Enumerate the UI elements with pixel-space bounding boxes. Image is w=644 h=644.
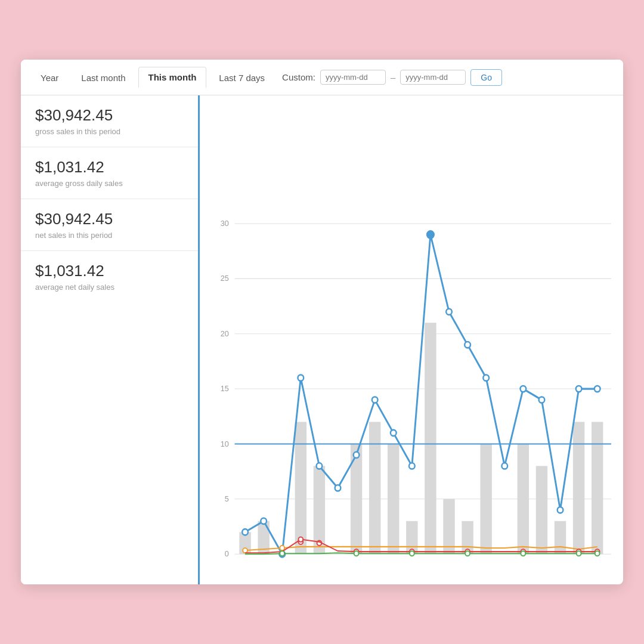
svg-text:30: 30 (221, 219, 229, 228)
stat-net-sales-label: net sales in this period (35, 231, 184, 240)
svg-rect-24 (425, 323, 436, 554)
svg-rect-21 (369, 422, 380, 555)
svg-point-40 (335, 485, 341, 491)
svg-point-67 (354, 551, 359, 556)
svg-rect-31 (555, 521, 566, 554)
svg-point-41 (354, 452, 360, 458)
svg-rect-30 (536, 466, 547, 554)
svg-point-36 (261, 518, 267, 524)
stat-gross-sales-label: gross sales in this period (35, 127, 184, 136)
stat-net-sales-value: $30,942.45 (35, 210, 184, 228)
stat-net-sales: $30,942.45 net sales in this period (21, 199, 198, 251)
svg-rect-17 (295, 422, 306, 555)
custom-date-area: Custom: – Go (282, 69, 502, 86)
svg-point-72 (595, 551, 600, 556)
svg-rect-22 (388, 444, 399, 554)
custom-date-start[interactable] (320, 70, 386, 85)
date-separator: – (391, 72, 395, 82)
svg-rect-29 (518, 444, 529, 554)
main-content: $30,942.45 gross sales in this period $1… (21, 95, 623, 584)
svg-point-53 (576, 386, 582, 392)
svg-point-68 (410, 551, 414, 556)
svg-point-46 (446, 309, 452, 315)
svg-point-39 (317, 463, 323, 469)
svg-point-54 (595, 386, 600, 392)
stat-avg-net-label: average net daily sales (35, 283, 184, 292)
svg-point-66 (280, 551, 284, 556)
stat-gross-sales-value: $30,942.45 (35, 106, 184, 125)
svg-point-69 (465, 551, 470, 556)
tab-last-7-days[interactable]: Last 7 days (209, 67, 275, 88)
svg-point-42 (372, 397, 378, 402)
svg-rect-32 (573, 422, 584, 555)
svg-point-47 (465, 342, 470, 348)
tab-year[interactable]: Year (30, 67, 69, 88)
svg-point-59 (298, 537, 303, 541)
stat-avg-gross-value: $1,031.42 (35, 158, 184, 177)
tab-last-month[interactable]: Last month (71, 67, 135, 88)
svg-point-50 (520, 386, 526, 392)
svg-point-35 (242, 529, 248, 535)
svg-point-52 (558, 507, 564, 513)
svg-point-44 (409, 463, 415, 469)
stat-gross-sales: $30,942.45 gross sales in this period (21, 95, 198, 147)
svg-rect-25 (443, 499, 454, 554)
sales-chart: 0 5 10 15 20 25 30 (206, 107, 611, 572)
svg-point-71 (577, 551, 581, 556)
svg-point-51 (539, 397, 545, 402)
svg-text:20: 20 (221, 329, 229, 338)
chart-area: 0 5 10 15 20 25 30 (200, 95, 623, 584)
svg-point-48 (483, 375, 489, 381)
main-window: Year Last month This month Last 7 days C… (21, 60, 623, 584)
svg-point-56 (280, 546, 284, 550)
go-button[interactable]: Go (470, 69, 502, 86)
stats-sidebar: $30,942.45 gross sales in this period $1… (21, 95, 200, 584)
stat-avg-gross-label: average gross daily sales (35, 179, 184, 188)
svg-point-55 (243, 548, 247, 553)
svg-point-70 (521, 551, 525, 556)
svg-text:0: 0 (225, 549, 229, 558)
svg-text:10: 10 (221, 439, 229, 448)
stat-avg-net: $1,031.42 average net daily sales (21, 251, 198, 302)
stat-avg-gross: $1,031.42 average gross daily sales (21, 147, 198, 199)
svg-point-45 (427, 231, 434, 238)
svg-point-38 (298, 375, 304, 381)
tab-this-month[interactable]: This month (138, 67, 207, 88)
svg-point-43 (391, 430, 397, 436)
svg-rect-33 (592, 422, 603, 555)
svg-point-49 (501, 463, 507, 469)
svg-rect-27 (480, 444, 491, 554)
custom-label: Custom: (282, 72, 315, 82)
svg-text:25: 25 (221, 274, 229, 283)
svg-text:15: 15 (221, 384, 229, 393)
svg-text:5: 5 (225, 494, 229, 503)
custom-date-end[interactable] (400, 70, 466, 85)
stat-avg-net-value: $1,031.42 (35, 262, 184, 280)
tab-bar: Year Last month This month Last 7 days C… (21, 60, 623, 95)
